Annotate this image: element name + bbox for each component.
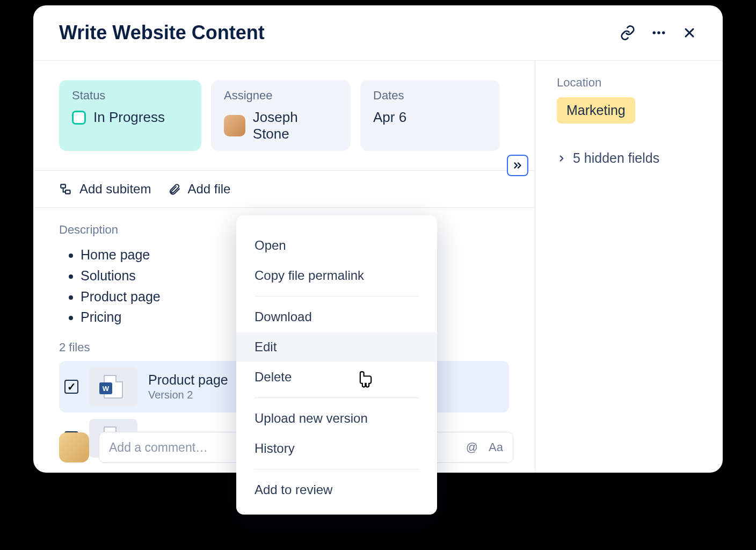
- status-field[interactable]: Status In Progress: [59, 80, 201, 151]
- context-menu-item[interactable]: Open: [236, 230, 437, 260]
- context-menu-item[interactable]: Copy file permalink: [236, 260, 437, 291]
- assignee-field[interactable]: Assignee Joseph Stone: [211, 80, 351, 151]
- context-menu-separator: [255, 397, 419, 398]
- dates-field[interactable]: Dates Apr 6: [360, 80, 500, 151]
- file-thumbnail: W: [89, 367, 137, 406]
- context-menu-item[interactable]: Download: [236, 302, 437, 332]
- header: Write Website Content: [33, 5, 723, 60]
- svg-rect-4: [66, 190, 70, 194]
- file-version: Version 2: [148, 389, 228, 401]
- context-menu-item[interactable]: Add to review: [236, 475, 437, 505]
- dates-label: Dates: [373, 89, 487, 103]
- header-actions: [620, 25, 697, 41]
- side-panel: Location Marketing 5 hidden fields: [535, 61, 723, 472]
- mention-icon[interactable]: @: [466, 440, 478, 454]
- svg-point-2: [662, 31, 665, 34]
- current-user-avatar: [59, 432, 89, 462]
- context-menu-separator: [255, 296, 419, 296]
- status-label: Status: [72, 89, 188, 103]
- svg-point-0: [653, 31, 656, 34]
- context-menu-item[interactable]: History: [236, 433, 437, 464]
- location-tag[interactable]: Marketing: [557, 97, 635, 124]
- expand-fields-button[interactable]: [507, 155, 528, 176]
- link-icon[interactable]: [620, 25, 636, 41]
- format-icon[interactable]: Aa: [489, 440, 503, 454]
- file-checkbox[interactable]: [64, 380, 78, 394]
- context-menu-item[interactable]: Upload new version: [236, 403, 437, 433]
- comment-placeholder: Add a comment…: [109, 440, 208, 455]
- file-name: Product page: [148, 372, 228, 388]
- assignee-value: Joseph Stone: [253, 109, 338, 142]
- svg-point-1: [657, 31, 660, 34]
- task-detail-card: Write Website Content Status In Progress: [33, 5, 723, 473]
- more-icon[interactable]: [651, 25, 667, 41]
- word-icon: W: [99, 382, 112, 394]
- context-menu-separator: [255, 469, 419, 469]
- task-title: Write Website Content: [59, 21, 265, 44]
- task-toolbar: Add subitem Add file: [33, 170, 535, 208]
- add-file-button[interactable]: Add file: [168, 182, 230, 197]
- hidden-fields-toggle[interactable]: 5 hidden fields: [557, 150, 701, 166]
- close-icon[interactable]: [682, 25, 697, 40]
- field-chips: Status In Progress Assignee Joseph Stone…: [33, 61, 535, 170]
- add-subitem-button[interactable]: Add subitem: [59, 182, 151, 197]
- context-menu-item[interactable]: Edit: [236, 332, 437, 362]
- dates-value: Apr 6: [373, 109, 406, 126]
- status-checkbox-icon: [72, 111, 86, 125]
- location-label: Location: [557, 76, 701, 90]
- context-menu-item[interactable]: Delete: [236, 362, 437, 392]
- main-panel: Status In Progress Assignee Joseph Stone…: [33, 61, 535, 472]
- assignee-label: Assignee: [224, 89, 338, 103]
- status-value: In Progress: [93, 109, 165, 126]
- file-context-menu: OpenCopy file permalinkDownloadEditDelet…: [236, 215, 437, 515]
- assignee-avatar: [224, 115, 245, 136]
